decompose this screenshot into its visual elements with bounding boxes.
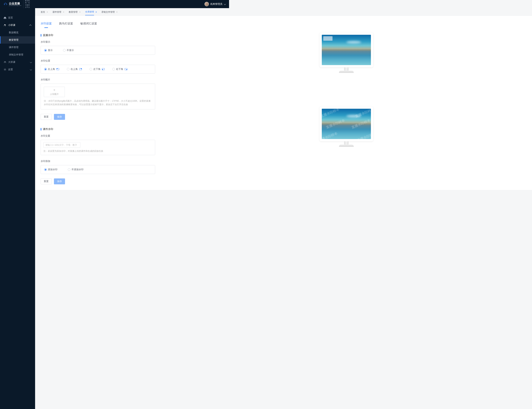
sidebar-item-recording-mgmt[interactable]: 录制文件管理 [0,51,35,58]
chevron-down-icon [30,68,31,71]
plus-icon: + [53,88,55,92]
upload-label: 上传图片 [50,93,59,96]
avatar [205,2,209,6]
position-icon-tr [79,68,82,70]
user-label: 机构管理员 [210,2,222,6]
svg-point-2 [5,25,6,25]
svg-point-1 [4,24,5,25]
svg-point-0 [4,4,5,5]
radio-pos-tl[interactable]: 左上角 [44,67,59,71]
svg-point-4 [5,61,6,62]
sidebar-nav: 首页 小班课 数据概览 教室管理 课件管理 录制文件管理 大班课 设置 [0,14,35,73]
position-icon-br [125,68,127,70]
close-icon[interactable]: × [79,10,81,13]
home-icon [4,17,6,19]
group-icon [4,61,6,64]
radio-group-add: 添加水印 不添加水印 [41,165,155,174]
nav-big-class[interactable]: 大班课 [0,58,35,66]
radio-display-hide[interactable]: 不显示 [63,49,74,52]
chevron-down-icon [224,3,225,6]
hint-watermark-image: 注：水印只支持png格式图片，且必须为透明底。建议最佳图片尺寸：174*80，大… [44,99,152,106]
tab-home[interactable]: 首页 [41,9,45,15]
label-watermark-add: 水印添加 [41,159,155,163]
radio-add-yes[interactable]: 添加水印 [44,168,57,171]
watermark-text-input[interactable] [43,142,80,148]
label-watermark-text: 水印文案 [41,134,155,138]
position-icon-tl [56,68,59,70]
content-panel: 水印设置 跑马灯设置 敏感词汇设置 直播水印 水印显示 显示 不显示 [35,16,229,177]
gear-icon [4,68,6,71]
sidebar: 云朵直播 yunduoketang.com 教育机构一站 式服务云平台 首页 小… [0,0,35,177]
chevron-up-icon [30,24,31,27]
label-watermark-image: 水印图片 [41,78,155,81]
text-input-card: 注：若设置为添加水印，对直播上传的课件和生成的回放生效 [41,140,155,155]
reset-button-live[interactable]: 重置 [41,114,52,120]
radio-pos-tr[interactable]: 右上角 [67,67,82,71]
radio-pos-bl[interactable]: 左下角 [90,67,105,71]
radio-pos-br[interactable]: 右下角 [112,67,127,71]
sidebar-item-data-overview[interactable]: 数据概览 [0,29,35,36]
label-watermark-display: 水印显示 [41,40,155,44]
svg-point-3 [4,61,5,62]
tab-recording[interactable]: 录制文件管理 [101,9,115,15]
close-icon[interactable]: × [46,10,48,13]
radio-add-no[interactable]: 不添加水印 [68,168,83,171]
hint-watermark-text: 注：若设置为添加水印，对直播上传的课件和生成的回放生效 [43,149,152,153]
sub-tab-sensitive[interactable]: 敏感词汇设置 [80,20,97,28]
tab-global[interactable]: 全局管理 [85,9,94,15]
label-watermark-position: 水印位置 [41,59,155,63]
sub-tab-watermark[interactable]: 水印设置 [41,20,52,28]
tab-courseware[interactable]: 课件管理 [53,9,61,15]
section-courseware-watermark: 课件水印 [41,128,155,131]
user-menu[interactable]: 机构管理员 [205,2,225,6]
logo-title: 云朵直播 [9,2,21,5]
tab-classroom[interactable]: 教室管理 [69,9,78,15]
close-icon[interactable]: × [63,10,64,13]
nav-home[interactable]: 首页 [0,14,35,21]
logo-subtitle: yunduoketang.com [9,5,21,6]
position-icon-bl [102,68,105,70]
sidebar-item-courseware-mgmt[interactable]: 课件管理 [0,44,35,51]
nav-small-class[interactable]: 小班课 [0,21,35,29]
sub-tab-marquee[interactable]: 跑马灯设置 [59,20,73,28]
sub-nav-small-class: 数据概览 教室管理 课件管理 录制文件管理 [0,29,35,58]
settings-sub-tabs: 水印设置 跑马灯设置 敏感词汇设置 [41,16,229,28]
close-icon[interactable]: × [116,10,118,13]
nav-settings[interactable]: 设置 [0,66,35,73]
main-content: 首页 × 课件管理 × 教室管理 × 全局管理 × 录制文件管理 × 水印设置 … [35,8,229,177]
users-icon [4,24,6,27]
chevron-down-icon [30,61,31,64]
page-tabs: 首页 × 课件管理 × 教室管理 × 全局管理 × 录制文件管理 × [35,8,229,16]
radio-display-show[interactable]: 显示 [44,49,53,52]
upload-card: + 上传图片 注：水印只支持png格式图片，且必须为透明底。建议最佳图片尺寸：1… [41,84,155,110]
sidebar-item-classroom-mgmt[interactable]: 教室管理 [0,36,35,44]
radio-group-position: 左上角 右上角 左下角 右下角 [41,65,155,74]
close-icon[interactable]: × [96,10,97,13]
radio-group-display: 显示 不显示 [41,46,155,55]
save-button-live[interactable]: 保存 [54,114,65,120]
section-live-watermark: 直播水印 [41,34,155,37]
upload-zone[interactable]: + 上传图片 [44,87,65,97]
logo-tagline: 教育机构一站 式服务云平台 [23,0,31,8]
logo: 云朵直播 yunduoketang.com 教育机构一站 式服务云平台 [0,0,35,8]
cloud-logo-icon [4,2,7,6]
svg-point-5 [5,69,5,70]
